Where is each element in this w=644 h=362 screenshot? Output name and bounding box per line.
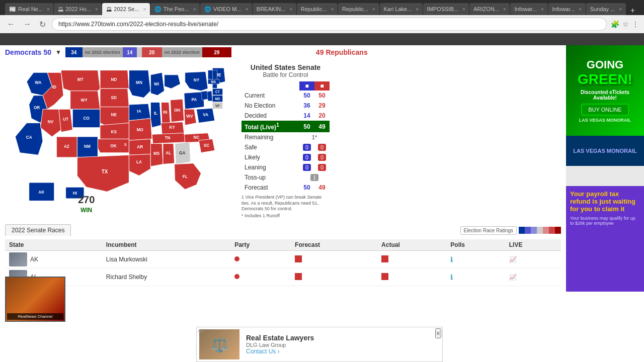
total-dem: 50 (299, 121, 314, 132)
ad-company: DLG Law Group (246, 342, 438, 348)
svg-text:OR: OR (34, 106, 40, 110)
tab-5[interactable]: 🌐 VIDEO M... × (200, 3, 252, 15)
tab-11[interactable]: ARIZON... × (469, 3, 510, 15)
svg-text:UT: UT (63, 117, 68, 122)
tab-9-label: Kari Lake... (384, 6, 412, 12)
tab-1-label: Real Ne... (18, 6, 43, 12)
tab-3-label: 2022 Se... (114, 6, 139, 12)
svg-text:OK: OK (110, 144, 116, 148)
forecast-label: Forecast (242, 183, 299, 193)
table-row: AK Lisa Murkowski ℹ 📈 (5, 251, 561, 268)
live-trend-icon[interactable]: 📈 (509, 256, 517, 263)
ad-title: Real Estate Lawyers (246, 334, 438, 342)
forward-button[interactable]: → (21, 20, 33, 29)
tab-14-close[interactable]: × (619, 7, 622, 12)
legend-bars (519, 227, 561, 234)
live-trend-icon-2[interactable]: 📈 (509, 274, 517, 281)
tab-2-close[interactable]: × (95, 7, 98, 12)
no-election-dem: 36 (299, 101, 314, 111)
total-row: Total (Live)1 50 49 (242, 121, 330, 132)
tab-13[interactable]: Infowar... × (548, 3, 586, 15)
back-button[interactable]: ← (5, 20, 17, 29)
tab-1[interactable]: 📰 Real Ne... × (5, 3, 53, 15)
tab-4[interactable]: 🌐 The Peo... × (150, 3, 200, 15)
address-input[interactable] (52, 18, 607, 31)
tab-12[interactable]: Infowar... × (510, 3, 547, 15)
tab-9[interactable]: Kari Lake... × (380, 3, 423, 15)
tab-12-close[interactable]: × (541, 7, 544, 12)
decided-dem: 14 (299, 111, 314, 121)
tab-7[interactable]: Republic... × (297, 3, 338, 15)
col-state: State (5, 239, 102, 251)
reload-button[interactable]: ↻ (37, 20, 48, 29)
tab-7-label: Republic... (301, 6, 327, 12)
score-table: ■ ■ Current 50 50 No Election 36 (242, 81, 330, 193)
ad-brand: LAS VEGAS MONORAIL (579, 118, 631, 123)
tab-2-label: 2022 Ho... (65, 6, 91, 12)
party-dot-2 (234, 274, 239, 279)
forecast-indicator (295, 255, 302, 262)
tab-3-close[interactable]: × (143, 7, 146, 12)
polls-info-icon-2[interactable]: ℹ (450, 273, 453, 281)
svg-text:VA: VA (203, 113, 208, 117)
tab-5-close[interactable]: × (246, 7, 249, 12)
ad-cta-link[interactable]: Contact Us › (246, 348, 438, 355)
tab-8-label: Republic... (342, 6, 368, 12)
svg-text:WIN: WIN (80, 207, 92, 214)
tossup-val: 1 (299, 172, 330, 183)
tab-6[interactable]: BREAKIN... × (253, 3, 296, 15)
decided-label: Decided (242, 111, 299, 121)
settings-icon[interactable]: ⋮ (632, 20, 639, 28)
no-election-rep: 29 (314, 101, 330, 111)
tab-13-close[interactable]: × (579, 7, 582, 12)
ad-close-button[interactable]: × (435, 328, 441, 338)
tab-4-close[interactable]: × (193, 7, 196, 12)
tab-2[interactable]: 🗳 2022 Ho... × (54, 3, 102, 15)
tab-6-close[interactable]: × (289, 7, 292, 12)
tab-11-close[interactable]: × (503, 7, 506, 12)
tab-4-label: The Peo... (164, 6, 189, 12)
tab-10[interactable]: IMPOSSIB... × (423, 3, 469, 15)
incumbent-cell: Lisa Murkowski (102, 251, 230, 268)
svg-rect-21 (208, 70, 212, 79)
state-cell: AK (5, 251, 102, 268)
table-header-row: State Incumbent Party Forecast Actual Po… (5, 239, 561, 251)
dropdown-arrow[interactable]: ▼ (55, 49, 61, 56)
svg-text:IL: IL (154, 111, 157, 116)
polls-info-icon[interactable]: ℹ (450, 255, 453, 263)
tab-8[interactable]: Republic... × (338, 3, 379, 15)
seg-dem-safe: 34 (65, 47, 83, 57)
forecast-row: Forecast 50 49 (242, 183, 330, 193)
tab-13-label: Infowar... (552, 6, 575, 12)
leaning-rep: 0 (314, 162, 330, 172)
tab-1-close[interactable]: × (47, 7, 50, 12)
ad-buy-button[interactable]: BUY ONLINE (581, 104, 628, 116)
new-tab-button[interactable]: + (626, 6, 639, 15)
tab-10-close[interactable]: × (462, 7, 465, 12)
rep-label: Republicans (326, 48, 367, 56)
live-cell-2: 📈 (505, 268, 561, 286)
col-polls: Polls (446, 239, 505, 251)
tab-3[interactable]: 🗳 2022 Se... × (102, 3, 150, 15)
extensions-icon[interactable]: 🧩 (611, 20, 619, 28)
panel-subtitle: Battle for Control (242, 71, 330, 78)
svg-text:SC: SC (204, 143, 209, 148)
tab-8-close[interactable]: × (372, 7, 375, 12)
likely-label: Likely (242, 152, 299, 162)
bookmark-icon[interactable]: ☆ (622, 20, 629, 28)
tab-12-label: Infowar... (514, 6, 537, 12)
tab-7-close[interactable]: × (331, 7, 334, 12)
senate-races-tab[interactable]: 2022 Senate Races (5, 224, 71, 236)
tabs-bar: 📰 Real Ne... × 🗳 2022 Ho... × 🗳 2022 Se.… (0, 0, 644, 15)
incumbent-cell-2: Richard Shelby (102, 268, 230, 286)
forecast-dem: 50 (299, 183, 314, 193)
tab-9-close[interactable]: × (416, 7, 419, 12)
toolbar-icons: 🧩 ☆ ⋮ (611, 20, 639, 28)
svg-text:MS: MS (153, 151, 160, 156)
ad-label: Ad (198, 328, 203, 333)
tab-6-label: BREAKIN... (257, 6, 285, 12)
svg-text:MO: MO (137, 128, 144, 132)
forecast-cell-2 (291, 268, 377, 286)
tab-14[interactable]: Sunday ... × (586, 3, 626, 15)
svg-text:NE: NE (111, 113, 117, 117)
